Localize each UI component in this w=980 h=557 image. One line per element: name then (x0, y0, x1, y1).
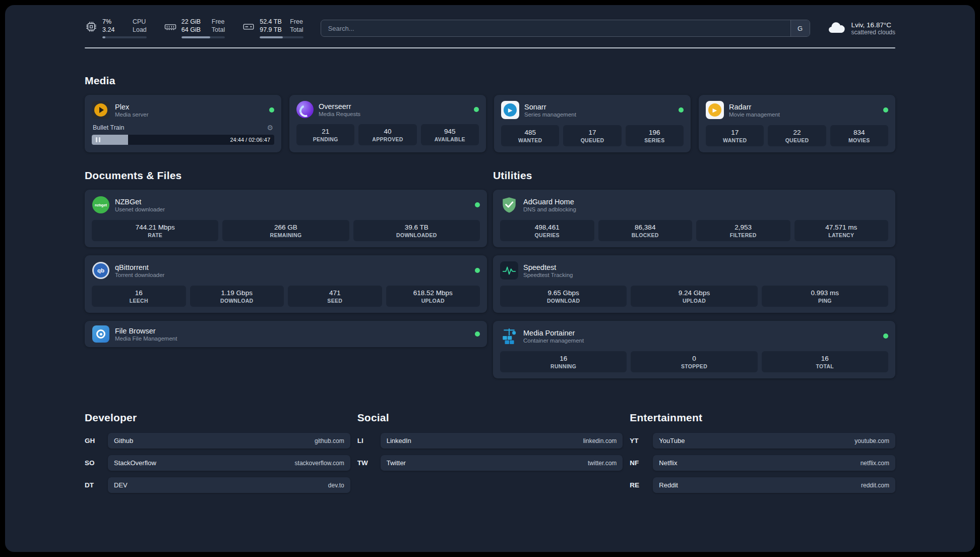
disk-icon (242, 20, 255, 33)
section-title-social: Social (357, 412, 623, 424)
portainer-icon (500, 327, 518, 345)
stat-queries: 498,461QUERIES (500, 220, 594, 241)
bookmark-abbr: SO (85, 459, 108, 467)
search-bar: G (321, 20, 810, 37)
qbittorrent-icon: qb (92, 261, 110, 280)
now-playing-title: Bullet Train (93, 124, 125, 131)
section-social: Social LI LinkedIn linkedin.com TW Twitt… (357, 412, 623, 493)
app-name: Radarr (729, 103, 780, 111)
ram-free-label: Free (212, 18, 225, 26)
bookmark-abbr: GH (85, 437, 108, 444)
ram-total-label: Total (212, 26, 225, 34)
filebrowser-icon (92, 325, 110, 343)
stat-upload: 9.24 GbpsUPLOAD (631, 286, 757, 307)
bookmark-youtube: YT YouTube youtube.com (630, 433, 895, 449)
cloud-icon (827, 20, 846, 36)
section-entertainment: Entertainment YT YouTube youtube.com NF … (630, 412, 895, 493)
stat-available: 945AVAILABLE (421, 124, 479, 145)
section-media: Media Plex Media server Bullet Train ⚙ (85, 75, 895, 152)
stat-remaining: 266 GBREMAINING (222, 220, 349, 241)
stat-queued: 17QUEUED (563, 125, 621, 146)
stat-seed: 471SEED (288, 286, 382, 307)
stat-leech: 16LEECH (92, 286, 186, 307)
bookmark-dev: DT DEV dev.to (85, 477, 350, 493)
section-title-utilities: Utilities (493, 170, 895, 182)
stat-stopped: 0STOPPED (631, 351, 757, 372)
stat-wanted: 485WANTED (501, 125, 559, 146)
app-desc: Movie management (729, 112, 780, 118)
status-dot (475, 202, 480, 207)
bookmark-link[interactable]: Netflix netflix.com (653, 455, 895, 471)
topbar: 7% 3.24 CPU Load (85, 5, 895, 38)
disk-widget: 52.4 TB 97.9 TB Free Total (242, 18, 303, 38)
cpu-widget: 7% 3.24 CPU Load (85, 18, 147, 38)
app-desc: Media Requests (319, 111, 360, 117)
bookmark-link[interactable]: StackOverflow stackoverflow.com (108, 455, 350, 471)
pause-icon[interactable] (96, 137, 100, 142)
status-dot (474, 107, 479, 112)
plex-icon (92, 101, 110, 119)
disk-free-label: Free (290, 18, 303, 26)
bookmark-abbr: NF (630, 459, 653, 467)
weather-location: Lviv, 16.87°C (851, 21, 895, 29)
section-title-developer: Developer (85, 412, 350, 424)
cpu-load-value: 3.24 (102, 26, 125, 34)
app-card-sonarr[interactable]: ▶ Sonarr Series management 485WANTED 17Q… (494, 95, 691, 152)
bookmark-link[interactable]: YouTube youtube.com (653, 433, 895, 449)
app-name: Sonarr (524, 103, 576, 111)
cpu-usage-value: 7% (102, 18, 125, 26)
overseerr-icon (296, 101, 314, 118)
status-dot (269, 107, 274, 113)
search-input[interactable] (321, 20, 790, 36)
speedtest-icon (500, 261, 518, 280)
bookmark-netflix: NF Netflix netflix.com (630, 455, 895, 471)
app-desc: Speedtest Tracking (523, 272, 573, 278)
app-card-filebrowser[interactable]: File Browser Media File Management (85, 321, 487, 347)
stat-blocked: 86,384BLOCKED (598, 220, 693, 241)
app-desc: Media File Management (115, 336, 177, 342)
app-name: Speedtest (523, 263, 573, 271)
disk-total-label: Total (290, 26, 303, 34)
search-provider-button[interactable]: G (790, 20, 810, 36)
weather-condition: scattered clouds (851, 29, 895, 36)
app-card-adguard[interactable]: AdGuard Home DNS and adblocking 498,461Q… (493, 190, 895, 247)
stat-pending: 21PENDING (296, 124, 354, 145)
app-card-radarr[interactable]: ▶ Radarr Movie management 17WANTED 22QUE… (699, 95, 895, 152)
app-desc: Container management (523, 338, 584, 344)
sonarr-icon: ▶ (501, 101, 519, 119)
stat-rate: 744.21 MbpsRATE (92, 220, 218, 241)
cpu-load-label: Load (133, 26, 147, 34)
app-card-portainer[interactable]: Media Portainer Container management 16R… (493, 321, 895, 378)
app-card-nzbget[interactable]: nzbget NZBGet Usenet downloader 744.21 M… (85, 190, 487, 247)
app-card-qbittorrent[interactable]: qb qBittorrent Torrent downloader 16LEEC… (85, 255, 487, 313)
app-name: AdGuard Home (523, 198, 576, 206)
stat-downloaded: 39.6 TBDOWNLOADED (353, 220, 480, 241)
app-card-plex[interactable]: Plex Media server Bullet Train ⚙ 24:44 /… (85, 95, 281, 152)
app-desc: DNS and adblocking (523, 206, 576, 212)
section-title-media: Media (85, 75, 895, 87)
section-title-entertainment: Entertainment (630, 412, 895, 424)
bookmark-link[interactable]: DEV dev.to (108, 477, 350, 493)
section-utilities: Utilities AdGuard Home DNS and adblockin… (493, 170, 895, 378)
app-desc: Series management (524, 112, 576, 118)
app-name: Overseerr (319, 102, 360, 110)
stat-total: 16TOTAL (762, 351, 888, 372)
bookmark-link[interactable]: Twitter twitter.com (381, 455, 623, 471)
bookmark-twitter: TW Twitter twitter.com (357, 455, 623, 471)
bookmark-link[interactable]: Github github.com (108, 433, 350, 449)
bookmark-link[interactable]: Reddit reddit.com (653, 477, 895, 493)
app-card-overseerr[interactable]: Overseerr Media Requests 21PENDING 40APP… (289, 95, 486, 152)
gear-icon[interactable]: ⚙ (267, 124, 273, 131)
status-dot (883, 107, 888, 113)
header-divider (85, 47, 895, 48)
bookmark-abbr: YT (630, 437, 653, 444)
bookmark-abbr: LI (357, 437, 381, 444)
ram-widget: 22 GiB 64 GiB Free Total (164, 18, 225, 38)
app-desc: Usenet downloader (115, 206, 165, 212)
dashboard-app: 7% 3.24 CPU Load (5, 5, 975, 552)
app-card-speedtest[interactable]: Speedtest Speedtest Tracking 9.65 GbpsDO… (493, 255, 895, 313)
bookmark-link[interactable]: LinkedIn linkedin.com (381, 433, 623, 449)
app-desc: Torrent downloader (115, 272, 164, 278)
cpu-progress-bar (102, 36, 147, 38)
stat-latency: 47.571 msLATENCY (794, 220, 889, 241)
